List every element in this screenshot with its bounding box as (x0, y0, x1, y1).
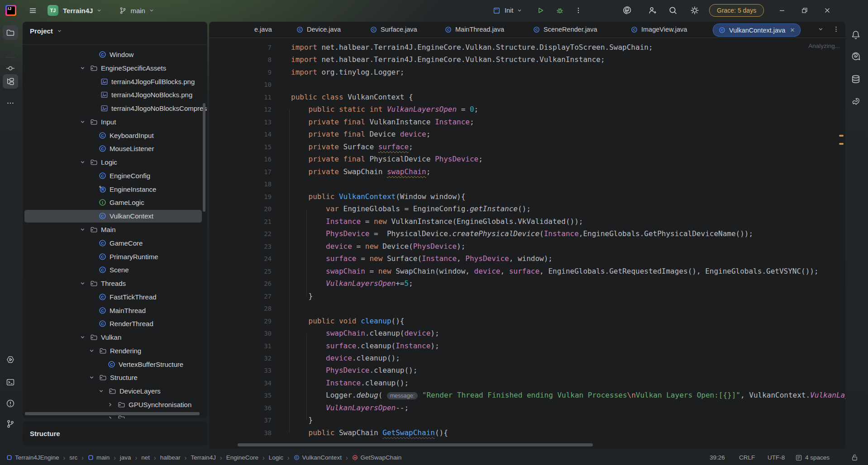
minimize-button[interactable] (778, 7, 786, 14)
tree-row-Input[interactable]: Input (24, 116, 202, 128)
hidden-tabs-chevron[interactable] (817, 26, 824, 33)
code-area[interactable]: 7import net.halbear.Terrain4J.EngineCore… (209, 38, 845, 449)
license-badge[interactable]: Grace: 5 days (709, 4, 764, 17)
chevron-right-icon[interactable] (107, 401, 114, 408)
tree-row-Main[interactable]: Main (24, 223, 202, 236)
project-avatar[interactable]: TJ (48, 5, 58, 16)
database-tool-button[interactable] (851, 74, 861, 84)
tree-row-terrain4JlogoFullBlocks.png[interactable]: terrain4JlogoFullBlocks.png (24, 76, 202, 88)
settings-gear-button[interactable] (690, 6, 699, 15)
ai-assistant-tool-button[interactable] (851, 52, 861, 62)
main-menu-button[interactable] (29, 6, 37, 15)
tab-VulkanContext.java-active[interactable]: CVulkanContext.java✕ (713, 24, 801, 37)
tree-row-PrimaryRuntime[interactable]: CPrimaryRuntime (24, 251, 202, 263)
chevron-right-icon[interactable] (107, 415, 114, 418)
tab-SceneRender.java[interactable]: CSceneRender.java (533, 22, 597, 37)
tree-row-FastTickThread[interactable]: CFastTickThread (24, 291, 202, 304)
warning-stripe-mark[interactable] (839, 135, 844, 137)
services-tool-button[interactable] (3, 352, 18, 367)
chevron-down-icon[interactable] (98, 388, 105, 394)
tree-row-terrain4JlogoNoBlocksCompressed.png[interactable]: terrain4JlogoNoBlocksCompressed.png (24, 102, 202, 115)
tree-horizontal-scrollbar[interactable] (25, 412, 200, 415)
encoding-widget[interactable]: UTF-8 (768, 450, 785, 465)
breadcrumb-item-halbear[interactable]: halbear (160, 454, 181, 461)
tree-row-GameCore[interactable]: CGameCore (24, 237, 202, 250)
tree-row-DeviceLayers[interactable]: DeviceLayers (24, 385, 202, 398)
chevron-down-icon[interactable] (79, 119, 86, 125)
chevron-down-icon[interactable] (79, 226, 86, 233)
terminal-tool-button[interactable] (3, 375, 18, 389)
chevron-down-icon[interactable] (79, 280, 86, 287)
project-selector[interactable]: Terrain4J (63, 7, 93, 14)
tab-Surface.java[interactable]: CSurface.java (370, 22, 417, 37)
tree-row-VertexBufferStructure[interactable]: CVertexBufferStructure (24, 358, 202, 371)
breadcrumb-item-src[interactable]: src (69, 454, 77, 461)
breadcrumb-item-Terrain4JEngine[interactable]: Terrain4JEngine (6, 454, 59, 461)
structure-tool-button[interactable] (3, 74, 18, 89)
chevron-down-icon[interactable] (79, 159, 86, 166)
close-window-button[interactable] (824, 7, 831, 14)
structure-panel-title[interactable]: Structure (30, 430, 60, 437)
tree-row-Rendering[interactable]: Rendering (24, 345, 202, 357)
tree-row-VulkanContext[interactable]: CVulkanContext (24, 210, 202, 223)
tree-row-Logic[interactable]: Logic (24, 156, 202, 169)
tree-row-Threads[interactable]: Threads (24, 277, 202, 290)
project-panel-title[interactable]: Project (30, 27, 53, 35)
breadcrumb-item-EngineCore[interactable]: EngineCore (226, 454, 258, 461)
lock-open-icon[interactable] (851, 450, 858, 465)
editor-horizontal-scrollbar[interactable] (238, 443, 593, 446)
tab-MainThread.java[interactable]: CMainThread.java (445, 22, 504, 37)
debug-button[interactable] (556, 6, 564, 14)
restore-window-button[interactable] (801, 7, 808, 14)
chevron-down-icon[interactable] (88, 347, 95, 354)
breadcrumb-item-net[interactable]: net (141, 454, 150, 461)
breadcrumb-item-java[interactable]: java (120, 454, 131, 461)
breadcrumb-item-Logic[interactable]: Logic (269, 454, 283, 461)
tab-overflow[interactable]: e.java (254, 22, 272, 37)
tab-Device.java[interactable]: CDevice.java (296, 22, 341, 37)
tree-row-EngineInstance[interactable]: REngineInstance (24, 183, 202, 196)
tab-ImageView.java[interactable]: CImageView.java (631, 22, 687, 37)
tree-row-terrain4JlogoNoBlocks.png[interactable]: terrain4JlogoNoBlocks.png (24, 89, 202, 101)
search-everywhere-button[interactable] (668, 6, 677, 15)
tree-row-KeyboardInput[interactable]: CKeyboardInput (24, 129, 202, 142)
editor-area[interactable]: e.javaCDevice.javaCSurface.javaCMainThre… (209, 22, 845, 449)
caret-position-widget[interactable]: 39:26 (710, 450, 725, 465)
vcs-branch-widget[interactable]: main (119, 7, 155, 14)
breadcrumb-item-Terrain4J[interactable]: Terrain4J (191, 454, 216, 461)
tree-row-EngineConfig[interactable]: CEngineConfig (24, 170, 202, 182)
line-ending-widget[interactable]: CRLF (739, 450, 755, 465)
tree-row-RenderThread[interactable]: CRenderThread (24, 318, 202, 330)
tree-row-MainThread[interactable]: CMainThread (24, 304, 202, 317)
tree-row-EngineSpecificAssets[interactable]: EngineSpecificAssets (24, 62, 202, 75)
run-button[interactable] (536, 6, 544, 14)
run-configuration-selector[interactable]: Init (505, 7, 513, 14)
warning-stripe-mark[interactable] (839, 143, 844, 145)
code-with-me-button[interactable] (648, 6, 657, 15)
ai-assistant-icon[interactable] (623, 6, 632, 15)
chevron-down-icon[interactable] (79, 65, 86, 71)
gradle-tool-button[interactable] (851, 97, 861, 107)
tree-row-Structure[interactable]: Structure (24, 371, 202, 384)
tab-options-button[interactable] (833, 26, 839, 33)
tree-row-Vulkan[interactable]: Vulkan (24, 331, 202, 344)
chevron-down-icon[interactable] (79, 334, 86, 341)
chevron-down-icon[interactable] (88, 374, 95, 381)
close-tab-icon[interactable]: ✕ (790, 27, 795, 33)
more-actions-button[interactable] (575, 7, 582, 14)
problems-tool-button[interactable] (3, 396, 18, 411)
more-tool-windows-button[interactable] (3, 96, 18, 110)
tree-vertical-scrollbar[interactable] (203, 103, 205, 212)
breadcrumb-item-GetSwapChain[interactable]: mGetSwapChain (352, 454, 402, 461)
indent-widget[interactable]: 4 spaces (795, 450, 830, 465)
tree-row-Window[interactable]: CWindow (24, 48, 202, 61)
git-tool-button[interactable] (3, 417, 18, 431)
tree-row-GPUSynchronisation[interactable]: GPUSynchronisation (24, 399, 202, 411)
tree-row-MouseListener[interactable]: CMouseListener (24, 142, 202, 155)
tree-row-Scene[interactable]: CScene (24, 264, 202, 276)
breadcrumb-item-VulkanContext[interactable]: CVulkanContext (294, 454, 342, 461)
project-tool-button[interactable] (3, 25, 18, 40)
breadcrumb-item-main[interactable]: main (88, 454, 110, 461)
notifications-bell-button[interactable] (851, 30, 861, 40)
commit-tool-button[interactable] (3, 61, 18, 76)
